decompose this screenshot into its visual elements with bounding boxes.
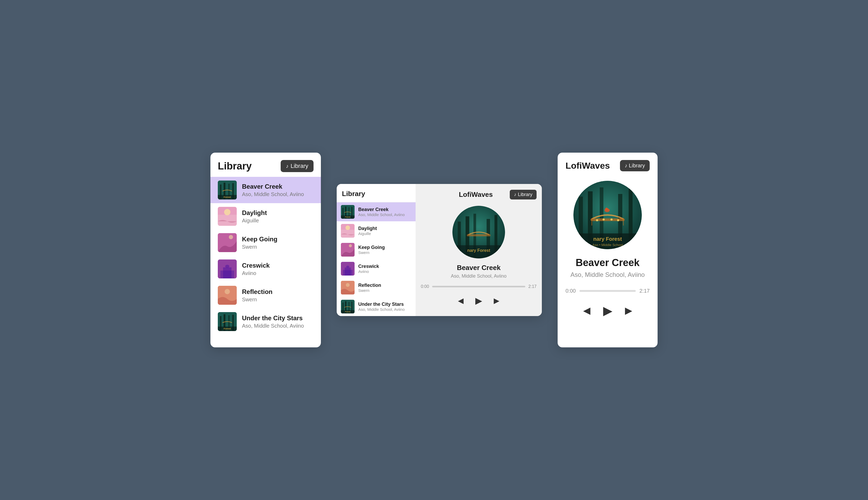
svg-point-79 [617,219,619,221]
track-info-reflection: Reflection Swern [242,288,273,303]
left-track-item-city-stars[interactable]: Forest Under the City Stars Aso, Middle … [210,308,321,335]
mid-sidebar-thumb-city-stars: Forest [341,300,355,314]
lofi-app-title: LofiWaves [566,160,610,171]
track-name-creswick: Creswick [242,262,270,269]
left-library-button[interactable]: ♪ Library [281,160,314,172]
track-thumb-daylight [218,207,237,226]
track-name-daylight: Daylight [242,209,267,217]
svg-point-76 [596,219,598,221]
mid-sidebar-item-daylight[interactable]: Daylight Aiguille [337,221,416,240]
mid-sidebar-item-city-stars[interactable]: Forest Under the City Stars Aso, Middle … [337,297,416,316]
track-artist-city-stars: Aso, Middle School, Aviino [242,323,304,329]
player-play-button[interactable]: ▶ [474,294,483,307]
mid-sidebar-item-creswick[interactable]: Creswick Aviino [337,259,416,278]
lofi-time-total: 2:17 [639,288,650,294]
player-time-total: 2:17 [529,284,536,289]
track-info-keep-going: Keep Going Swern [242,236,278,250]
mid-sidebar-name-city-stars: Under the City Stars [358,302,405,307]
mid-sidebar-item-reflection[interactable]: Reflection Swern [337,278,416,297]
lofi-album-art: nary Forest Aso • Middle School [574,181,642,249]
mid-sidebar-name-daylight: Daylight [358,226,377,231]
mid-sidebar-item-beaver-creek[interactable]: Forest Beaver Creek Aso, Middle School, … [337,202,416,221]
track-info-creswick: Creswick Aviino [242,262,270,276]
lofi-play-button[interactable]: ▶ [603,304,612,318]
mid-sidebar-name-keep-going: Keep Going [358,245,385,250]
player-main-header: LofiWaves ♪ Library [421,190,536,200]
mid-sidebar-artist-city-stars: Aso, Middle School, Aviino [358,307,405,311]
svg-text:nary Forest: nary Forest [593,236,622,242]
svg-rect-71 [590,218,625,221]
left-track-item-creswick[interactable]: Creswick Aviino [210,256,321,282]
track-artist-reflection: Swern [242,297,273,303]
mid-sidebar-name-reflection: Reflection [358,283,381,288]
svg-rect-18 [218,286,237,305]
track-name-reflection: Reflection [242,288,273,296]
svg-point-37 [349,244,352,247]
mid-sidebar-name-beaver-creek: Beaver Creek [358,207,405,212]
player-progress-bar[interactable] [432,286,525,287]
music-note-icon: ♪ [286,163,289,169]
left-panel-title: Library [218,160,252,172]
mid-sidebar-artist-keep-going: Swern [358,250,385,255]
svg-point-75 [605,208,608,210]
player-main: LofiWaves ♪ Library [416,184,542,316]
right-lofi-panel: LofiWaves ♪ Library [558,152,658,348]
mid-sidebar-info-daylight: Daylight Aiguille [358,226,377,236]
left-panel-header: Library ♪ Library [210,160,321,177]
lofi-progress-bar[interactable] [579,290,636,292]
mid-sidebar-artist-reflection: Swern [358,288,381,293]
lofi-controls: ◀ ▶ ▶ [583,304,632,318]
track-info-city-stars: Under the City Stars Aso, Middle School,… [242,315,304,329]
left-library-panel: Library ♪ Library Forest Beaver Creek As… [210,152,321,348]
player-progress-row: 0:00 2:17 [421,284,536,289]
player-track-artist: Aso, Middle School, Aviino [451,273,507,279]
player-prev-button[interactable]: ◀ [457,295,465,306]
lofi-next-button[interactable]: ▶ [625,305,632,316]
svg-rect-44 [341,281,355,295]
svg-rect-15 [220,271,234,279]
lofi-library-button[interactable]: ♪ Library [620,160,650,171]
player-sidebar-header: Library [337,184,416,202]
svg-point-78 [611,218,613,220]
lofi-header: LofiWaves ♪ Library [566,160,650,171]
track-thumb-keep-going [218,233,237,252]
svg-point-35 [345,226,350,230]
player-album-art: nary Forest [452,206,505,259]
player-app-title: LofiWaves [442,191,510,199]
track-artist-keep-going: Swern [242,244,278,250]
left-track-item-daylight[interactable]: Daylight Aiguille [210,203,321,229]
player-controls: ◀ ▶ ▶ [457,294,500,307]
left-track-item-beaver-creek[interactable]: Forest Beaver Creek Aso, Middle School, … [210,177,321,203]
svg-rect-14 [225,265,229,268]
svg-text:Forest: Forest [345,311,351,312]
lofi-time-current: 0:00 [566,288,576,294]
mid-sidebar-thumb-creswick [341,262,355,275]
mid-sidebar-thumb-beaver-creek: Forest [341,205,355,219]
left-track-list: Forest Beaver Creek Aso, Middle School, … [210,177,321,335]
track-name-city-stars: Under the City Stars [242,315,304,322]
svg-text:Forest: Forest [345,216,351,218]
player-time-current: 0:00 [421,284,429,289]
svg-rect-41 [343,270,353,275]
track-thumb-creswick [218,260,237,279]
player-track-name: Beaver Creek [457,264,500,272]
left-track-item-keep-going[interactable]: Keep Going Swern [210,229,321,256]
track-thumb-reflection [218,286,237,305]
mid-sidebar-info-city-stars: Under the City Stars Aso, Middle School,… [358,302,405,311]
lofi-prev-button[interactable]: ◀ [583,305,590,316]
player-library-button[interactable]: ♪ Library [510,190,536,200]
left-track-item-reflection[interactable]: Reflection Swern [210,282,321,308]
mid-sidebar-item-keep-going[interactable]: Keep Going Swern [337,240,416,259]
player-next-button[interactable]: ▶ [493,295,500,306]
svg-rect-60 [467,234,490,236]
mid-sidebar-info-reflection: Reflection Swern [358,283,381,293]
track-name-beaver-creek: Beaver Creek [242,183,304,190]
mid-sidebar-thumb-keep-going [341,243,355,257]
svg-rect-55 [458,221,461,259]
track-info-beaver-creek: Beaver Creek Aso, Middle School, Aviino [242,183,304,197]
mid-sidebar-artist-beaver-creek: Aso, Middle School, Aviino [358,212,405,217]
svg-rect-40 [346,265,349,268]
player-sidebar: Library Forest Beaver Creek Aso, Middle … [337,184,416,316]
lofi-track-name: Beaver Creek [576,257,640,269]
music-note-icon-right: ♪ [625,163,627,169]
